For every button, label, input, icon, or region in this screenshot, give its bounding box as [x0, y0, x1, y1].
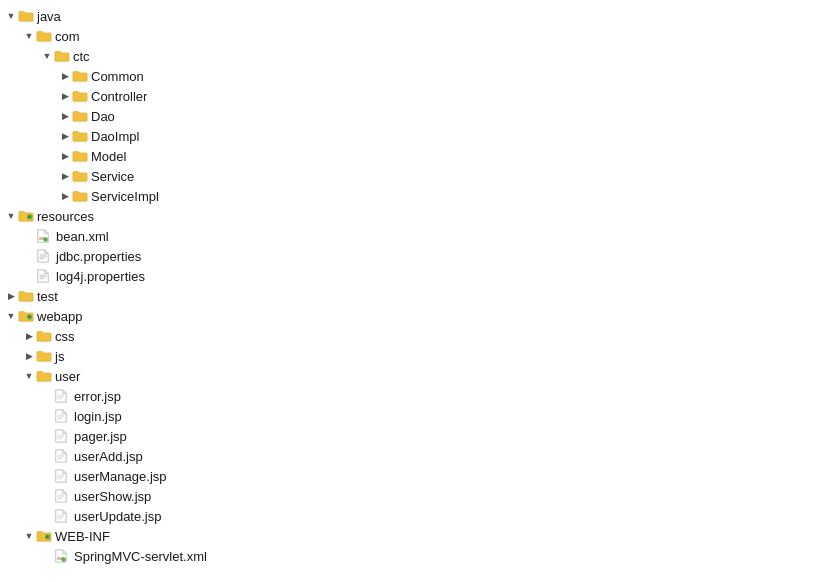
tree-node-userAdd.jsp[interactable]: userAdd.jsp [0, 446, 320, 466]
tree-node-java[interactable]: java [0, 6, 320, 26]
folder-icon [36, 349, 52, 363]
tree-node-user[interactable]: user [0, 366, 320, 386]
tree-node-DaoImpl[interactable]: DaoImpl [0, 126, 320, 146]
tree-node-label: userUpdate.jsp [74, 509, 161, 524]
tree-node-label: userManage.jsp [74, 469, 167, 484]
tree-node-ctc[interactable]: ctc [0, 46, 320, 66]
tree-node-label: Controller [91, 89, 147, 104]
tree-node-label: test [37, 289, 58, 304]
folder-spring-icon [18, 309, 34, 323]
tree-node-com[interactable]: com [0, 26, 320, 46]
tree-arrow[interactable] [22, 229, 36, 243]
tree-node-label: ctc [73, 49, 90, 64]
tree-arrow[interactable] [4, 309, 18, 323]
tree-node-ServiceImpl[interactable]: ServiceImpl [0, 186, 320, 206]
tree-node-label: pager.jsp [74, 429, 127, 444]
file-jsp-icon [54, 509, 71, 523]
folder-icon [36, 329, 52, 343]
tree-node-label: userShow.jsp [74, 489, 151, 504]
tree-node-Dao[interactable]: Dao [0, 106, 320, 126]
tree-node-error.jsp[interactable]: error.jsp [0, 386, 320, 406]
folder-icon [18, 289, 34, 303]
tree-arrow[interactable] [40, 509, 54, 523]
folder-icon [72, 109, 88, 123]
tree-arrow[interactable] [22, 269, 36, 283]
tree-arrow[interactable] [58, 149, 72, 163]
file-tree: java com ctc Common Controller Dao DaoIm… [0, 0, 320, 582]
tree-arrow[interactable] [22, 529, 36, 543]
folder-icon [72, 189, 88, 203]
tree-node-userManage.jsp[interactable]: userManage.jsp [0, 466, 320, 486]
tree-arrow[interactable] [58, 169, 72, 183]
file-xml-spring-icon: XML [36, 229, 53, 243]
folder-icon [36, 29, 52, 43]
tree-node-webapp[interactable]: webapp [0, 306, 320, 326]
file-jsp-icon [54, 489, 71, 503]
folder-icon [72, 89, 88, 103]
tree-arrow[interactable] [40, 429, 54, 443]
tree-arrow[interactable] [40, 409, 54, 423]
tree-node-css[interactable]: css [0, 326, 320, 346]
tree-arrow[interactable] [58, 129, 72, 143]
folder-spring-icon [36, 529, 52, 543]
tree-node-label: java [37, 9, 61, 24]
file-props-icon [36, 249, 53, 263]
tree-arrow[interactable] [40, 449, 54, 463]
tree-arrow[interactable] [22, 329, 36, 343]
folder-icon [72, 129, 88, 143]
tree-node-label: Service [91, 169, 134, 184]
tree-node-jdbc.properties[interactable]: jdbc.properties [0, 246, 320, 266]
svg-point-2 [43, 237, 47, 241]
tree-arrow[interactable] [22, 29, 36, 43]
tree-node-label: css [55, 329, 75, 344]
folder-icon [18, 9, 34, 23]
file-xml-spring-icon: XML [54, 549, 71, 563]
tree-node-log4j.properties[interactable]: log4j.properties [0, 266, 320, 286]
tree-node-userShow.jsp[interactable]: userShow.jsp [0, 486, 320, 506]
tree-arrow[interactable] [40, 469, 54, 483]
tree-node-userUpdate.jsp[interactable]: userUpdate.jsp [0, 506, 320, 526]
tree-arrow[interactable] [22, 369, 36, 383]
tree-node-label: Model [91, 149, 126, 164]
tree-arrow[interactable] [58, 109, 72, 123]
tree-node-label: Dao [91, 109, 115, 124]
tree-arrow[interactable] [58, 189, 72, 203]
tree-arrow[interactable] [22, 249, 36, 263]
folder-icon [72, 169, 88, 183]
tree-node-label: error.jsp [74, 389, 121, 404]
tree-node-pager.jsp[interactable]: pager.jsp [0, 426, 320, 446]
tree-node-resources[interactable]: resources [0, 206, 320, 226]
tree-node-js[interactable]: js [0, 346, 320, 366]
tree-arrow[interactable] [40, 549, 54, 563]
tree-arrow[interactable] [4, 209, 18, 223]
svg-point-33 [61, 557, 65, 561]
tree-node-bean.xml[interactable]: XML bean.xml [0, 226, 320, 246]
tree-arrow[interactable] [40, 489, 54, 503]
tree-node-label: ServiceImpl [91, 189, 159, 204]
folder-icon [36, 369, 52, 383]
tree-arrow[interactable] [58, 89, 72, 103]
file-jsp-icon [54, 449, 71, 463]
tree-arrow[interactable] [22, 349, 36, 363]
folder-spring-icon [18, 209, 34, 223]
tree-node-Common[interactable]: Common [0, 66, 320, 86]
tree-node-label: WEB-INF [55, 529, 110, 544]
tree-arrow[interactable] [4, 9, 18, 23]
tree-node-WEB-INF[interactable]: WEB-INF [0, 526, 320, 546]
tree-arrow[interactable] [40, 389, 54, 403]
tree-arrow[interactable] [58, 69, 72, 83]
tree-arrow[interactable] [40, 49, 54, 63]
tree-node-label: SpringMVC-servlet.xml [74, 549, 207, 564]
tree-node-SpringMVC-servlet.xml[interactable]: XML SpringMVC-servlet.xml [0, 546, 320, 566]
tree-node-label: jdbc.properties [56, 249, 141, 264]
tree-node-login.jsp[interactable]: login.jsp [0, 406, 320, 426]
tree-node-Model[interactable]: Model [0, 146, 320, 166]
file-jsp-icon [54, 429, 71, 443]
tree-node-label: com [55, 29, 80, 44]
tree-node-label: bean.xml [56, 229, 109, 244]
tree-node-Controller[interactable]: Controller [0, 86, 320, 106]
tree-node-test[interactable]: test [0, 286, 320, 306]
tree-node-Service[interactable]: Service [0, 166, 320, 186]
tree-arrow[interactable] [4, 289, 18, 303]
tree-node-label: webapp [37, 309, 83, 324]
